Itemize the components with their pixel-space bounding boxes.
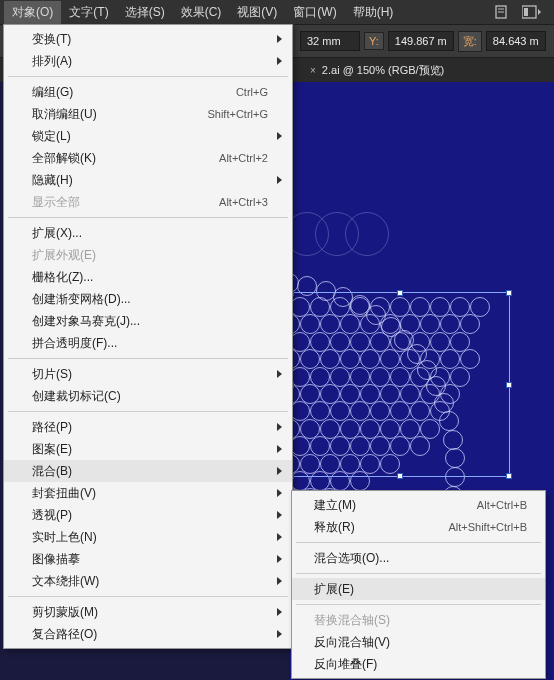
submenu-item-shortcut: Alt+Ctrl+B — [477, 499, 527, 511]
menu-item[interactable]: 图像描摹 — [4, 548, 292, 570]
menu-item[interactable]: 文本绕排(W) — [4, 570, 292, 592]
menu-item-label: 实时上色(N) — [32, 529, 268, 546]
w-value[interactable]: 84.643 m — [486, 31, 546, 51]
object-menu-dropdown: 变换(T)排列(A)编组(G)Ctrl+G取消编组(U)Shift+Ctrl+G… — [3, 24, 293, 649]
menu-item-label: 切片(S) — [32, 366, 268, 383]
submenu-item-label: 扩展(E) — [314, 581, 527, 598]
menu-item[interactable]: 创建裁切标记(C) — [4, 385, 292, 407]
submenu-item: 替换混合轴(S) — [292, 609, 545, 631]
submenu-arrow-icon — [277, 176, 282, 184]
menu-item[interactable]: 切片(S) — [4, 363, 292, 385]
submenu-item[interactable]: 释放(R)Alt+Shift+Ctrl+B — [292, 516, 545, 538]
menu-item-label: 封套扭曲(V) — [32, 485, 268, 502]
menu-item[interactable]: 复合路径(O) — [4, 623, 292, 645]
submenu-item[interactable]: 混合选项(O)... — [292, 547, 545, 569]
menu-item-shortcut: Alt+Ctrl+2 — [219, 152, 268, 164]
tab-title: 2.ai @ 150% (RGB/预览) — [322, 63, 444, 78]
submenu-arrow-icon — [277, 132, 282, 140]
submenu-arrow-icon — [277, 555, 282, 563]
menu-item-label: 隐藏(H) — [32, 172, 268, 189]
submenu-item[interactable]: 反向堆叠(F) — [292, 653, 545, 675]
menu-select[interactable]: 选择(S) — [117, 1, 173, 24]
menu-item-label: 创建对象马赛克(J)... — [32, 313, 268, 330]
menu-item[interactable]: 路径(P) — [4, 416, 292, 438]
menu-item-label: 扩展(X)... — [32, 225, 268, 242]
menu-item[interactable]: 排列(A) — [4, 50, 292, 72]
menu-item-label: 混合(B) — [32, 463, 268, 480]
submenu-item-label: 建立(M) — [314, 497, 477, 514]
menu-item[interactable]: 栅格化(Z)... — [4, 266, 292, 288]
selection-handle[interactable] — [506, 473, 512, 479]
menu-item-label: 路径(P) — [32, 419, 268, 436]
menubar-tools — [494, 5, 554, 19]
submenu-item[interactable]: 建立(M)Alt+Ctrl+B — [292, 494, 545, 516]
submenu-item-label: 混合选项(O)... — [314, 550, 527, 567]
menu-item-label: 图案(E) — [32, 441, 268, 458]
menu-help[interactable]: 帮助(H) — [345, 1, 402, 24]
submenu-item-label: 释放(R) — [314, 519, 448, 536]
menu-item-label: 图像描摹 — [32, 551, 268, 568]
menu-item-label: 文本绕排(W) — [32, 573, 268, 590]
submenu-arrow-icon — [277, 608, 282, 616]
menu-item-label: 复合路径(O) — [32, 626, 268, 643]
selection-handle[interactable] — [397, 473, 403, 479]
document-tab[interactable]: × 2.ai @ 150% (RGB/预览) — [300, 60, 454, 81]
submenu-item[interactable]: 扩展(E) — [292, 578, 545, 600]
menu-item-label: 变换(T) — [32, 31, 268, 48]
menu-item[interactable]: 封套扭曲(V) — [4, 482, 292, 504]
menu-separator — [296, 573, 541, 574]
menu-item-label: 全部解锁(K) — [32, 150, 219, 167]
menu-item[interactable]: 隐藏(H) — [4, 169, 292, 191]
menu-item[interactable]: 全部解锁(K)Alt+Ctrl+2 — [4, 147, 292, 169]
menu-item-shortcut: Shift+Ctrl+G — [207, 108, 268, 120]
menu-view[interactable]: 视图(V) — [229, 1, 285, 24]
workspace-switch-icon[interactable] — [522, 5, 540, 19]
submenu-arrow-icon — [277, 423, 282, 431]
menu-object[interactable]: 对象(O) — [4, 1, 61, 24]
menu-item[interactable]: 取消编组(U)Shift+Ctrl+G — [4, 103, 292, 125]
menu-item[interactable]: 图案(E) — [4, 438, 292, 460]
selection-handle[interactable] — [506, 382, 512, 388]
menu-item[interactable]: 混合(B) — [4, 460, 292, 482]
selection-handle[interactable] — [397, 290, 403, 296]
menu-item[interactable]: 透视(P) — [4, 504, 292, 526]
submenu-arrow-icon — [277, 577, 282, 585]
menu-separator — [8, 411, 288, 412]
submenu-item[interactable]: 反向混合轴(V) — [292, 631, 545, 653]
menu-item-shortcut: Alt+Ctrl+3 — [219, 196, 268, 208]
menu-item-label: 扩展外观(E) — [32, 247, 268, 264]
y-label: Y: — [364, 32, 384, 50]
menu-item: 显示全部Alt+Ctrl+3 — [4, 191, 292, 213]
menu-item[interactable]: 扩展(X)... — [4, 222, 292, 244]
menu-item[interactable]: 编组(G)Ctrl+G — [4, 81, 292, 103]
menu-item-label: 排列(A) — [32, 53, 268, 70]
submenu-item-shortcut: Alt+Shift+Ctrl+B — [448, 521, 527, 533]
svg-rect-4 — [524, 8, 528, 16]
menu-item[interactable]: 创建对象马赛克(J)... — [4, 310, 292, 332]
menu-item-label: 编组(G) — [32, 84, 236, 101]
submenu-arrow-icon — [277, 57, 282, 65]
menu-item[interactable]: 拼合透明度(F)... — [4, 332, 292, 354]
menu-separator — [296, 604, 541, 605]
menu-item[interactable]: 变换(T) — [4, 28, 292, 50]
doc-icon[interactable] — [494, 5, 512, 19]
menu-item-label: 透视(P) — [32, 507, 268, 524]
w-label: 宽: — [458, 31, 482, 52]
submenu-item-label: 反向混合轴(V) — [314, 634, 527, 651]
menu-item-label: 创建裁切标记(C) — [32, 388, 268, 405]
menu-item[interactable]: 锁定(L) — [4, 125, 292, 147]
submenu-arrow-icon — [277, 35, 282, 43]
menu-effect[interactable]: 效果(C) — [173, 1, 230, 24]
menu-window[interactable]: 窗口(W) — [285, 1, 344, 24]
menu-item-label: 栅格化(Z)... — [32, 269, 268, 286]
x-value[interactable]: 32 mm — [300, 31, 360, 51]
tab-close-icon[interactable]: × — [310, 65, 316, 76]
menu-item[interactable]: 创建渐变网格(D)... — [4, 288, 292, 310]
submenu-arrow-icon — [277, 511, 282, 519]
y-value[interactable]: 149.867 m — [388, 31, 454, 51]
selection-handle[interactable] — [506, 290, 512, 296]
menu-item[interactable]: 剪切蒙版(M) — [4, 601, 292, 623]
menu-separator — [8, 596, 288, 597]
menu-type[interactable]: 文字(T) — [61, 1, 116, 24]
menu-item[interactable]: 实时上色(N) — [4, 526, 292, 548]
